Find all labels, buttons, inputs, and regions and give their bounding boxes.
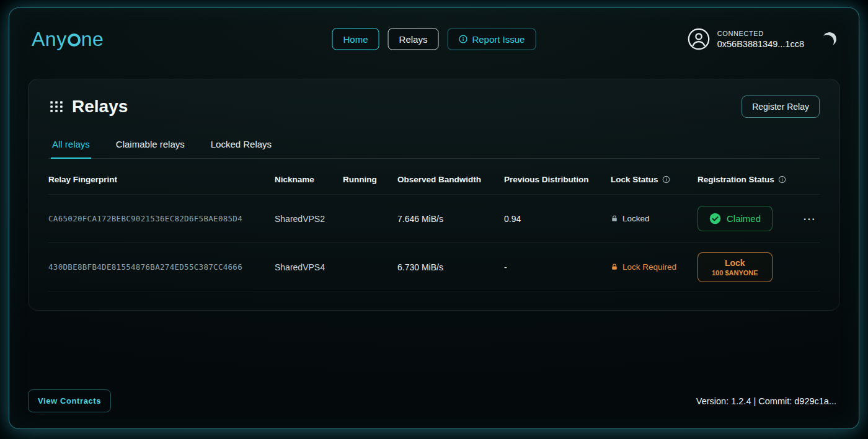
view-contracts-button[interactable]: View Contracts [28, 389, 111, 412]
page-title: Relays [48, 97, 128, 117]
claimed-button[interactable]: Claimed [698, 206, 773, 231]
top-bar: Anyne Home Relays Report Issue CONNECTED… [9, 8, 859, 70]
report-issue-icon [458, 35, 467, 44]
previous-distribution: 0.94 [504, 214, 611, 224]
col-header-fingerprint: Relay Fingerprint [48, 175, 275, 184]
relay-nickname: SharedVPS4 [275, 262, 343, 272]
observed-bandwidth: 7.646 MiB/s [397, 214, 504, 224]
lock-status-label: Lock Required [622, 262, 676, 272]
registration-status-header-label: Registration Status [698, 175, 774, 184]
relays-panel: Relays Register Relay All relays Claimab… [28, 79, 840, 311]
dark-mode-moon-icon[interactable] [822, 31, 838, 48]
table-row: 430DBE8BFB4DE81554876BA274ED55C387CC4666… [48, 243, 820, 291]
relays-panel-header: Relays Register Relay [48, 95, 820, 118]
claimed-label: Claimed [727, 213, 761, 224]
table-row: CA65020FCA172BEBC9021536EC82D6F5BAE085D4… [48, 195, 820, 243]
lock-button-label: Lock [725, 258, 745, 268]
wallet-text: CONNECTED 0x56B3881349...1cc8 [717, 30, 804, 49]
check-circle-icon [709, 213, 721, 224]
relays-tabs: All relays Claimable relays Locked Relay… [48, 133, 820, 159]
lock-status-label: Locked [622, 214, 650, 223]
avatar-icon [688, 28, 710, 50]
wallet-address: 0x56B3881349...1cc8 [717, 39, 804, 49]
row-actions: ⋯ [797, 213, 820, 225]
register-relay-button[interactable]: Register Relay [742, 95, 820, 118]
relays-grid-icon [48, 99, 64, 115]
lock-status-info-icon[interactable] [662, 175, 670, 184]
tab-locked-relays[interactable]: Locked Relays [210, 133, 273, 159]
lock-status: Lock Required [611, 262, 698, 272]
relay-fingerprint: CA65020FCA172BEBC9021536EC82D6F5BAE085D4 [48, 214, 275, 223]
lock-button-amount: 100 $ANYONE [712, 269, 758, 277]
content-spacer [9, 311, 859, 389]
relay-nickname: SharedVPS2 [275, 214, 343, 224]
registration-status-cell: Claimed [698, 206, 797, 231]
col-header-lock-status: Lock Status [611, 175, 698, 184]
wallet-status-label: CONNECTED [717, 30, 804, 37]
col-header-nickname: Nickname [275, 175, 343, 184]
tab-all-relays[interactable]: All relays [51, 133, 91, 159]
row-menu-ellipsis-button[interactable]: ⋯ [803, 213, 816, 225]
nav-home-button[interactable]: Home [332, 29, 379, 50]
lock-icon [611, 215, 618, 223]
running-status [343, 262, 397, 273]
logo-text-suffix: ne [81, 28, 104, 51]
col-header-bandwidth: Observed Bandwidth [397, 175, 504, 184]
logo-o-icon [68, 33, 81, 47]
relays-title: Relays [72, 97, 128, 117]
lock-icon [611, 263, 618, 271]
col-header-distribution: Previous Distribution [504, 175, 611, 184]
wallet-account[interactable]: CONNECTED 0x56B3881349...1cc8 [688, 28, 804, 50]
registration-status-cell: Lock 100 $ANYONE [698, 252, 797, 282]
col-header-running: Running [343, 175, 397, 184]
nav-relays-button[interactable]: Relays [388, 29, 439, 50]
relay-fingerprint: 430DBE8BFB4DE81554876BA274ED55C387CC4666 [48, 262, 275, 272]
header-right-zone: CONNECTED 0x56B3881349...1cc8 [688, 28, 836, 50]
lock-tokens-button[interactable]: Lock 100 $ANYONE [698, 252, 773, 282]
logo-text-prefix: Any [32, 28, 67, 51]
previous-distribution: - [504, 262, 611, 272]
main-nav: Home Relays Report Issue [332, 29, 536, 50]
app-window: Anyne Home Relays Report Issue CONNECTED… [9, 7, 859, 429]
lock-status-header-label: Lock Status [611, 175, 658, 184]
registration-status-info-icon[interactable] [778, 175, 786, 184]
tab-claimable-relays[interactable]: Claimable relays [115, 133, 186, 159]
logo[interactable]: Anyne [32, 28, 104, 51]
running-status [343, 213, 397, 224]
col-header-registration-status: Registration Status [698, 175, 797, 184]
lock-status: Locked [611, 214, 698, 223]
nav-report-issue-button[interactable]: Report Issue [447, 29, 536, 50]
table-header-row: Relay Fingerprint Nickname Running Obser… [48, 159, 820, 195]
version-info: Version: 1.2.4 | Commit: d929c1a... [696, 396, 836, 406]
observed-bandwidth: 6.730 MiB/s [397, 262, 504, 272]
footer: View Contracts Version: 1.2.4 | Commit: … [9, 389, 859, 428]
report-issue-label: Report Issue [472, 34, 525, 45]
